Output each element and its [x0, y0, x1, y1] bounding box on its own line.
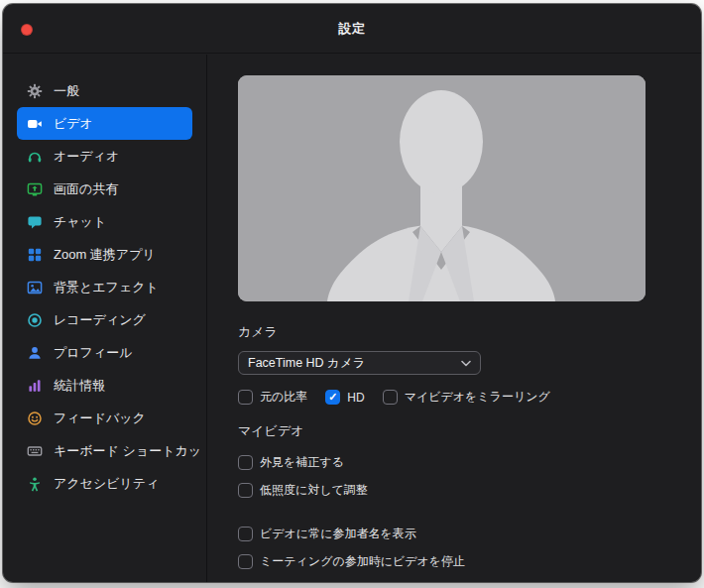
zoom-apps-icon	[26, 246, 44, 264]
my-video-section-label: マイビデオ	[238, 422, 701, 440]
sidebar-item-label: 背景とエフェクト	[54, 279, 159, 296]
sidebar-item-video[interactable]: ビデオ	[17, 107, 192, 140]
sidebar-item-label: 統計情報	[54, 377, 105, 395]
checkbox-box	[238, 390, 253, 405]
accessibility-icon	[26, 475, 44, 493]
sidebar-item-label: 一般	[54, 82, 79, 100]
sidebar-item-label: フィードバック	[54, 410, 146, 427]
checkbox-box	[238, 455, 253, 470]
checkbox-label: HD	[347, 391, 364, 405]
sidebar-item-label: 画面の共有	[54, 180, 118, 198]
chat-bubble-icon	[26, 213, 44, 231]
camera-device-dropdown[interactable]: FaceTime HD カメラ	[238, 351, 481, 375]
sidebar-item-label: チャット	[54, 213, 106, 231]
profile-icon	[26, 344, 44, 362]
video-camera-icon	[26, 115, 44, 133]
feedback-icon	[26, 410, 44, 427]
checkbox-show-video-preview-dialog[interactable]: ビデオ ミーティングに参加するときに常にビデオ プレビュー ダイアログを表示しま…	[238, 581, 701, 582]
checkbox-label: 外見を補正する	[260, 454, 344, 471]
video-preview	[238, 75, 645, 301]
sidebar-item-accessibility[interactable]: アクセシビリティ	[17, 467, 192, 500]
settings-window: 設定 一般 ビデオ オーディオ 画面の共有 チャット Zoom 連携アプリ	[3, 4, 701, 582]
sidebar-item-profile[interactable]: プロフィール	[17, 336, 192, 369]
checkbox-box	[238, 554, 253, 569]
sidebar-item-label: キーボード ショートカッ	[54, 442, 201, 460]
statistics-icon	[26, 377, 44, 395]
headphones-icon	[26, 148, 44, 166]
checkbox-hd[interactable]: HD	[325, 390, 364, 405]
sidebar-item-keyboard-shortcuts[interactable]: キーボード ショートカッ	[17, 434, 192, 467]
checkbox-label: ビデオ ミーティングに参加するときに常にビデオ プレビュー ダイアログを表示しま…	[260, 581, 701, 582]
checkbox-box	[238, 527, 253, 541]
checkbox-always-show-names[interactable]: ビデオに常に参加者名を表示	[238, 526, 701, 542]
keyboard-icon	[26, 442, 44, 460]
sidebar-item-label: プロフィール	[54, 344, 133, 362]
title-bar: 設定	[3, 4, 701, 54]
person-silhouette	[238, 75, 645, 301]
sidebar-item-statistics[interactable]: 統計情報	[17, 369, 192, 402]
video-settings-panel: カメラ FaceTime HD カメラ 元の比率 HD マイビデオをミラーリング…	[208, 55, 701, 582]
background-effects-icon	[26, 279, 44, 296]
checkbox-box	[383, 390, 398, 405]
sidebar-item-chat[interactable]: チャット	[17, 205, 192, 238]
sidebar-item-screen-share[interactable]: 画面の共有	[17, 173, 192, 205]
sidebar-item-background-effects[interactable]: 背景とエフェクト	[17, 271, 192, 303]
sidebar-item-label: レコーディング	[54, 311, 146, 329]
sidebar-item-feedback[interactable]: フィードバック	[17, 402, 192, 434]
my-video-options: 外見を補正する 低照度に対して調整	[238, 454, 701, 499]
sidebar-item-label: オーディオ	[54, 148, 119, 166]
close-button[interactable]	[21, 24, 33, 36]
checkbox-box	[325, 390, 340, 405]
camera-options-row: 元の比率 HD マイビデオをミラーリング	[238, 389, 701, 406]
checkbox-label: 元の比率	[260, 389, 307, 406]
checkbox-mirror-video[interactable]: マイビデオをミラーリング	[383, 389, 550, 406]
checkbox-label: 低照度に対して調整	[260, 482, 368, 499]
sidebar-item-label: ビデオ	[54, 115, 93, 133]
sidebar-item-label: Zoom 連携アプリ	[54, 246, 156, 264]
checkbox-box	[238, 483, 253, 498]
screen-share-icon	[26, 180, 44, 198]
window-controls	[21, 24, 33, 36]
sidebar-item-audio[interactable]: オーディオ	[17, 140, 192, 173]
chevron-down-icon	[461, 360, 471, 367]
checkbox-label: マイビデオをミラーリング	[405, 389, 550, 406]
checkbox-adjust-low-light[interactable]: 低照度に対して調整	[238, 482, 701, 499]
sidebar-item-recording[interactable]: レコーディング	[17, 303, 192, 336]
sidebar-item-general[interactable]: 一般	[17, 74, 192, 107]
checkbox-original-ratio[interactable]: 元の比率	[238, 389, 307, 406]
camera-device-value: FaceTime HD カメラ	[248, 355, 365, 372]
meeting-options: ビデオに常に参加者名を表示 ミーティングの参加時にビデオを停止 ビデオ ミーティ…	[238, 526, 701, 582]
settings-sidebar: 一般 ビデオ オーディオ 画面の共有 チャット Zoom 連携アプリ 背景とエフ…	[3, 55, 207, 582]
checkbox-touch-up-appearance[interactable]: 外見を補正する	[238, 454, 701, 471]
sidebar-item-zoom-apps[interactable]: Zoom 連携アプリ	[17, 238, 192, 271]
record-icon	[26, 311, 44, 329]
checkbox-stop-video-on-join[interactable]: ミーティングの参加時にビデオを停止	[238, 553, 701, 570]
sidebar-item-label: アクセシビリティ	[54, 475, 159, 493]
gear-icon	[26, 82, 44, 100]
checkbox-label: ミーティングの参加時にビデオを停止	[260, 553, 465, 570]
camera-section-label: カメラ	[238, 323, 701, 341]
checkbox-label: ビデオに常に参加者名を表示	[260, 526, 416, 542]
window-title: 設定	[339, 20, 366, 38]
